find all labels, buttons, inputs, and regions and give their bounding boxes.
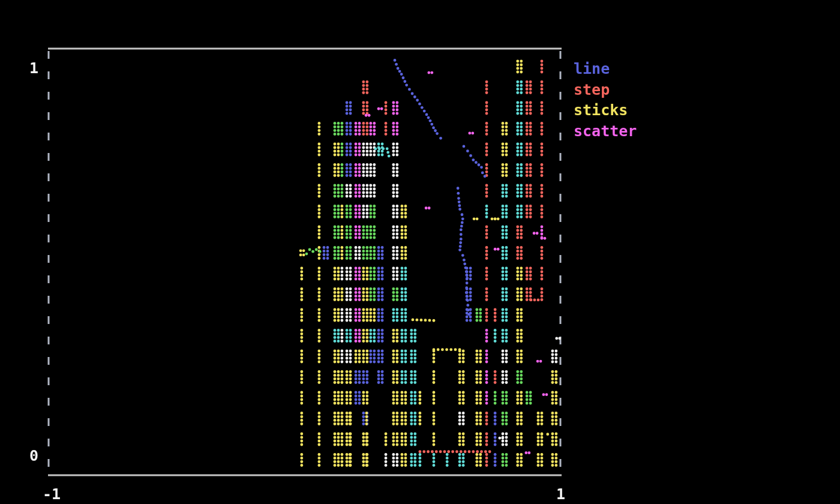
legend-item-scatter: scatter — [574, 121, 637, 142]
terminal-plot-screen: 1 0 -1 1 linestepsticksscatter — [0, 0, 840, 504]
legend: linestepsticksscatter — [574, 59, 637, 142]
x-axis-tick-1: 1 — [547, 486, 565, 503]
y-axis-tick-0: 0 — [18, 448, 38, 464]
legend-item-sticks: sticks — [574, 100, 637, 121]
x-axis-tick-neg1: -1 — [43, 486, 67, 503]
y-axis-tick-1: 1 — [18, 60, 38, 77]
legend-item-line: line — [574, 59, 637, 80]
legend-item-step: step — [574, 80, 637, 101]
plot-dots-canvas — [0, 0, 840, 504]
